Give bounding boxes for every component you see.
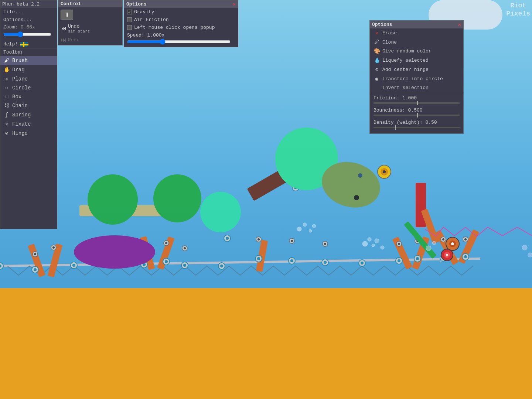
options-top-panel: Options ✕ ✓ Gravity Air Friction Left mo… <box>124 0 238 47</box>
redo-button[interactable]: ⏭ Redo <box>58 35 122 45</box>
ground <box>0 288 532 399</box>
liquefy-icon: 💧 <box>374 57 380 64</box>
add-hinge-label: Add center hinge <box>382 67 429 72</box>
file-menu[interactable]: File... <box>0 8 57 16</box>
invert-selection-button[interactable]: Invert selection <box>379 83 463 92</box>
redo-icon: ⏭ <box>61 37 66 44</box>
control-panel-title: Control <box>58 0 122 7</box>
drag-label: Drag <box>12 67 25 73</box>
brush-icon: 🖌 <box>3 58 10 64</box>
left-mouse-checkbox[interactable] <box>127 25 132 30</box>
bounciness-thumb[interactable] <box>417 113 418 117</box>
erase-button[interactable]: ✕ Erase <box>370 28 463 38</box>
options-right-title-text: Options <box>372 22 392 27</box>
transform-circle-label: Transform into circle <box>382 76 443 82</box>
friction-track <box>374 102 460 104</box>
transform-circle-icon: ◉ <box>374 76 380 82</box>
options-menu[interactable]: Options... <box>0 16 57 24</box>
density-label: Density (weight): 0.50 <box>370 118 463 126</box>
add-hinge-button[interactable]: ⊙ Add center hinge <box>370 65 463 74</box>
plane-label: Plane <box>12 76 28 82</box>
undo-button[interactable]: ⏮ Undo sim start <box>58 22 122 35</box>
bounciness-track <box>374 115 460 116</box>
tool-brush[interactable]: 🖌 Brush <box>0 56 57 65</box>
friction-label: Friction: 1.000 <box>370 94 463 102</box>
brush-label: Brush <box>12 58 28 64</box>
transform-circle-button[interactable]: ◉ Transform into circle <box>370 74 463 83</box>
chain-label: Chain <box>12 103 28 109</box>
app-title-text: Phun beta 2.2 <box>2 1 40 7</box>
gravity-checkbox[interactable]: ✓ <box>127 10 132 14</box>
options-right-title: Options ✕ <box>370 21 463 28</box>
air-friction-checkbox[interactable] <box>127 17 132 22</box>
tool-drag[interactable]: ✋ Drag <box>0 65 57 74</box>
fixate-label: Fixate <box>12 121 31 127</box>
plane-icon: ✕ <box>3 76 10 82</box>
options-right-panel: Options ✕ ✕ Erase 🖊 Clone 🎨 Give random … <box>369 20 464 134</box>
circle-icon: ○ <box>3 85 10 91</box>
fixate-icon: ✕ <box>3 121 10 127</box>
hinge-label: Hinge <box>12 130 28 136</box>
options-right-close[interactable]: ✕ <box>458 21 461 28</box>
tool-hinge[interactable]: ⊙ Hinge <box>0 129 57 138</box>
density-thumb[interactable] <box>395 125 396 130</box>
liquefy-button[interactable]: 💧 Liquefy selected <box>370 56 463 65</box>
tool-spring[interactable]: ʃ Spring <box>0 110 57 119</box>
pause-button[interactable]: ⏸ <box>61 10 73 20</box>
tool-chain[interactable]: ⛓ Chain <box>0 101 57 110</box>
friction-thumb[interactable] <box>417 101 418 105</box>
left-panel: Phun beta 2.2 File... Options... Zoom: 0… <box>0 0 57 229</box>
options-top-title: Options ✕ <box>124 0 238 8</box>
erase-icon: ✕ <box>374 30 380 36</box>
divider-1 <box>370 93 463 93</box>
hinge-icon: ⊙ <box>3 130 10 136</box>
box-icon: □ <box>3 94 10 100</box>
liquefy-label: Liquefy selected <box>382 58 429 63</box>
options-top-title-text: Options <box>126 1 147 7</box>
control-panel: Control ⏸ ⏮ Undo sim start ⏭ Redo <box>58 0 123 45</box>
random-color-button[interactable]: 🎨 Give random color <box>370 47 463 56</box>
undo-label: Undo <box>68 24 90 29</box>
density-track <box>374 127 460 128</box>
zoom-label: Zoom: 0.66x <box>0 24 57 31</box>
gravity-label: Gravity <box>134 9 154 15</box>
spring-label: Spring <box>12 112 31 118</box>
tool-fixate[interactable]: ✕ Fixate <box>0 119 57 129</box>
help-label: Help! <box>3 41 18 47</box>
options-top-close[interactable]: ✕ <box>233 1 236 7</box>
hinge-center-icon: ⊙ <box>374 66 380 73</box>
clone-label: Clone <box>382 40 397 45</box>
left-mouse-label: Left mouse click opens popup <box>134 25 215 30</box>
circle-label: Circle <box>12 85 31 91</box>
speed-slider[interactable] <box>127 39 231 45</box>
air-friction-label: Air Friction <box>134 17 169 23</box>
tool-plane[interactable]: ✕ Plane <box>0 74 57 83</box>
random-color-label: Give random color <box>382 48 432 54</box>
box-label: Box <box>12 94 21 100</box>
toolbar-label: Toolbar <box>0 48 57 56</box>
clone-button[interactable]: 🖊 Clone <box>370 38 463 47</box>
spring-icon: ʃ <box>3 112 10 118</box>
swedish-flag-icon <box>20 42 28 47</box>
bounciness-label: Bounciness: 0.500 <box>370 106 463 114</box>
app-title: Phun beta 2.2 <box>0 0 57 8</box>
erase-label: Erase <box>382 30 397 36</box>
undo-sublabel: sim start <box>68 29 90 34</box>
tool-circle[interactable]: ○ Circle <box>0 83 57 92</box>
undo-icon: ⏮ <box>61 25 66 32</box>
zoom-slider[interactable] <box>3 31 51 37</box>
redo-label: Redo <box>68 37 79 43</box>
watermark-line2: Pixels <box>506 10 530 18</box>
speed-label: Speed: 1.000x <box>124 31 238 39</box>
watermark: Riot Pixels <box>506 2 530 18</box>
watermark-line1: Riot <box>506 2 530 10</box>
drag-icon: ✋ <box>3 66 10 73</box>
color-icon: 🎨 <box>374 48 380 54</box>
clone-icon: 🖊 <box>374 39 380 45</box>
control-title-text: Control <box>61 1 81 7</box>
tool-box[interactable]: □ Box <box>0 92 57 101</box>
chain-icon: ⛓ <box>3 103 10 109</box>
